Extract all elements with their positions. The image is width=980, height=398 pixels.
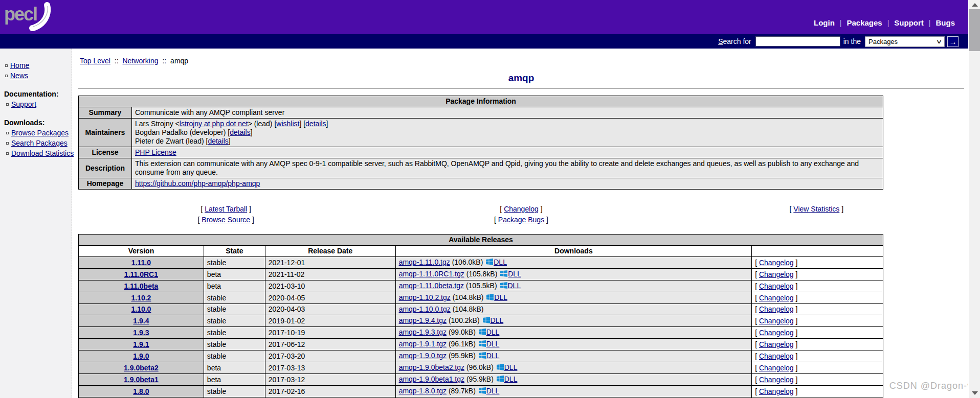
dll-link[interactable]: DLL xyxy=(491,316,504,324)
release-changelog-link[interactable]: Changelog xyxy=(759,282,794,290)
release-changelog-link[interactable]: Changelog xyxy=(759,317,794,325)
sidebar-item-search-packages[interactable]: Search Packages xyxy=(6,139,70,147)
search-input[interactable] xyxy=(755,36,840,46)
release-version-link[interactable]: 1.9.4 xyxy=(133,317,149,325)
release-changelog-link[interactable]: Changelog xyxy=(759,329,794,337)
release-changelog-link[interactable]: Changelog xyxy=(759,259,794,267)
release-version-link[interactable]: 1.11.0RC1 xyxy=(124,270,158,278)
homepage-link[interactable]: https://github.com/php-amqp/php-amqp xyxy=(135,179,260,188)
release-version-link[interactable]: 1.10.2 xyxy=(131,294,151,302)
breadcrumb-networking-link[interactable]: Networking xyxy=(123,57,159,65)
maintainer-email-link[interactable]: lstrojny at php dot net xyxy=(180,120,248,128)
dll-link[interactable]: DLL xyxy=(486,328,500,336)
tgz-link[interactable]: amqp-1.11.0beta.tgz xyxy=(399,282,464,290)
dll-link[interactable]: DLL xyxy=(504,375,518,383)
release-downloads-cell: amqp-1.11.0RC1.tgz (105.8kB) DLL xyxy=(395,269,752,280)
tgz-link[interactable]: amqp-1.9.0beta1.tgz xyxy=(399,375,464,383)
sidebar-support-link[interactable]: Support xyxy=(11,100,36,108)
sidebar-news-link[interactable]: News xyxy=(10,72,28,80)
sidebar-search-packages-link[interactable]: Search Packages xyxy=(11,139,68,147)
nav-support-link[interactable]: Support xyxy=(894,18,924,27)
php-license-link[interactable]: PHP License xyxy=(135,148,176,156)
scrollbar-up-arrow-icon[interactable] xyxy=(972,3,978,7)
dll-link[interactable]: DLL xyxy=(508,270,521,278)
search-bar: Search for in the Packages ∨ → xyxy=(0,34,968,49)
sidebar-item-download-statistics[interactable]: Download Statistics xyxy=(6,149,70,157)
view-statistics-link[interactable]: View Statistics xyxy=(793,205,839,213)
release-changelog-link[interactable]: Changelog xyxy=(759,376,794,384)
sidebar-item-home[interactable]: Home xyxy=(5,61,70,69)
nav-bugs-link[interactable]: Bugs xyxy=(936,18,955,27)
release-state-cell: stable xyxy=(204,327,265,339)
vertical-scrollbar[interactable] xyxy=(968,0,980,398)
release-changelog-link[interactable]: Changelog xyxy=(759,364,794,372)
release-version-link[interactable]: 1.9.1 xyxy=(133,340,149,348)
release-changelog-link[interactable]: Changelog xyxy=(759,305,794,313)
nav-packages-link[interactable]: Packages xyxy=(847,18,882,27)
description-label: Description xyxy=(79,158,132,178)
changelog-link[interactable]: Changelog xyxy=(504,205,539,213)
release-row: 1.11.0stable2021-12-01amqp-1.11.0.tgz (1… xyxy=(79,257,883,269)
release-changelog-cell: [ Changelog ] xyxy=(752,327,883,339)
release-date-cell: 2019-01-02 xyxy=(265,315,395,327)
sidebar-download-statistics-link[interactable]: Download Statistics xyxy=(11,149,74,157)
release-version-link[interactable]: 1.9.0beta1 xyxy=(124,376,159,384)
release-version-link[interactable]: 1.11.0 xyxy=(131,259,151,267)
release-changelog-link[interactable]: Changelog xyxy=(759,340,794,348)
dll-link[interactable]: DLL xyxy=(486,387,500,395)
release-changelog-link[interactable]: Changelog xyxy=(759,387,794,395)
release-version-link[interactable]: 1.9.3 xyxy=(133,329,149,337)
release-version-cell: 1.9.1 xyxy=(79,339,204,350)
tgz-link[interactable]: amqp-1.9.0.tgz xyxy=(399,352,447,360)
sidebar-item-support[interactable]: Support xyxy=(6,100,70,108)
pecl-logo[interactable]: pecl xyxy=(4,1,37,33)
tgz-link[interactable]: amqp-1.10.0.tgz xyxy=(399,305,451,313)
dll-link[interactable]: DLL xyxy=(494,293,507,301)
tgz-link[interactable]: amqp-1.11.0RC1.tgz xyxy=(399,270,464,278)
nav-login-link[interactable]: Login xyxy=(814,18,835,27)
search-category-select[interactable]: Packages ∨ xyxy=(865,36,945,47)
release-version-link[interactable]: 1.9.0 xyxy=(133,352,149,360)
maintainer-details-link[interactable]: details xyxy=(230,128,250,136)
browse-source-link[interactable]: Browse Source xyxy=(202,216,250,224)
dll-link[interactable]: DLL xyxy=(508,282,521,290)
release-version-link[interactable]: 1.9.0beta2 xyxy=(124,364,159,372)
dll-link[interactable]: DLL xyxy=(494,258,507,266)
maintainer-details-link[interactable]: details xyxy=(208,137,228,145)
sidebar-browse-packages-link[interactable]: Browse Packages xyxy=(11,129,69,137)
latest-tarball-link[interactable]: Latest Tarball xyxy=(205,205,247,213)
table-row: License PHP License xyxy=(79,147,883,158)
tgz-link[interactable]: amqp-1.10.2.tgz xyxy=(399,293,451,301)
release-version-cell: 1.9.0beta2 xyxy=(79,362,204,374)
tgz-link[interactable]: amqp-1.11.0.tgz xyxy=(399,258,450,266)
square-bullet-icon xyxy=(6,132,9,134)
tgz-link[interactable]: amqp-1.8.0.tgz xyxy=(399,387,447,395)
release-changelog-cell: [ Changelog ] xyxy=(752,374,883,386)
tgz-link[interactable]: amqp-1.9.4.tgz xyxy=(399,316,447,324)
summary-label: Summary xyxy=(79,107,132,119)
release-changelog-link[interactable]: Changelog xyxy=(759,294,794,302)
release-changelog-link[interactable]: Changelog xyxy=(759,352,794,360)
scrollbar-down-arrow-icon[interactable] xyxy=(972,391,978,395)
sidebar-item-news[interactable]: News xyxy=(5,72,70,80)
release-version-link[interactable]: 1.8.0 xyxy=(133,387,149,395)
dll-link[interactable]: DLL xyxy=(486,352,500,360)
release-version-link[interactable]: 1.11.0beta xyxy=(124,282,158,290)
release-version-link[interactable]: 1.10.0 xyxy=(131,305,151,313)
release-changelog-link[interactable]: Changelog xyxy=(759,270,794,278)
tgz-link[interactable]: amqp-1.9.3.tgz xyxy=(399,328,447,336)
sidebar-item-browse-packages[interactable]: Browse Packages xyxy=(6,129,70,137)
breadcrumb-top-level-link[interactable]: Top Level xyxy=(80,57,110,65)
tgz-link[interactable]: amqp-1.9.0beta2.tgz xyxy=(399,363,464,371)
sidebar-home-link[interactable]: Home xyxy=(10,61,29,69)
wishlist-link[interactable]: wishlist xyxy=(276,120,299,128)
main-content: Top Level :: Networking :: amqp amqp Pac… xyxy=(72,49,968,398)
dll-link[interactable]: DLL xyxy=(504,363,518,371)
scrollbar-thumb[interactable] xyxy=(969,9,980,51)
breadcrumb-separator: :: xyxy=(162,57,166,65)
dll-link[interactable]: DLL xyxy=(486,340,500,348)
maintainer-details-link[interactable]: details xyxy=(305,120,326,128)
search-go-button[interactable]: → xyxy=(947,36,959,47)
tgz-link[interactable]: amqp-1.9.1.tgz xyxy=(399,340,447,348)
package-bugs-link[interactable]: Package Bugs xyxy=(498,216,544,224)
